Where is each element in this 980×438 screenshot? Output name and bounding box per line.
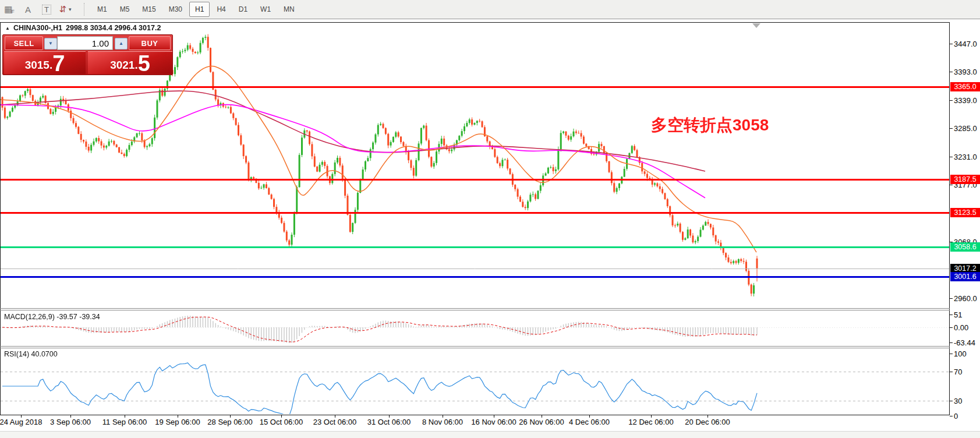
price-level-badge: 3365.0: [950, 82, 980, 91]
timeframe-bar: M1M5M15M30H1H4D1W1MN: [91, 2, 301, 17]
buy-price-big-digit: 5: [138, 54, 150, 73]
chart-text-annotation[interactable]: 多空转折点3058: [651, 114, 769, 136]
arrange-windows-icon: ⇵: [59, 4, 66, 15]
time-axis-tick-mark: [178, 415, 178, 418]
price-level-badge: 3001.6: [950, 272, 980, 281]
macd-scale-tick: [950, 315, 953, 315]
rsi-scale-label: 70: [954, 368, 962, 376]
arrange-tool-button[interactable]: ⇵ ▾: [58, 2, 73, 17]
rsi-scale-tick: [950, 416, 953, 416]
macd-scale-tick: [950, 327, 953, 328]
time-axis-tick-mark: [70, 415, 71, 418]
buy-button[interactable]: BUY: [129, 36, 171, 50]
chart-border-bottom: [0, 415, 950, 415]
macd-indicator-label: MACD(12,26,9) -39.57 -39.34: [4, 313, 100, 321]
panel-splitter-1b[interactable]: [0, 310, 950, 310]
toolbar: ▦F A T ⇵ ▾ M1M5M15M30H1H4D1W1MN: [0, 0, 980, 19]
price-axis-tick-label: 3285.0: [954, 124, 977, 133]
macd-scale-label: 0.00: [954, 323, 968, 332]
one-click-trade-panel: SELL ▼ ▲ BUY 3015.7 3021.5: [2, 34, 173, 75]
timeframe-button-w1[interactable]: W1: [254, 2, 277, 17]
chart-shift-marker-icon[interactable]: [752, 23, 760, 28]
time-axis-tick-mark: [230, 415, 231, 418]
time-axis-label: 20 Dec 06:00: [685, 418, 730, 426]
price-axis-tick-mark: [950, 298, 953, 299]
macd-panel-canvas[interactable]: [1, 311, 949, 345]
sell-price-big-digit: 7: [52, 54, 65, 73]
price-axis-tick-mark: [950, 157, 953, 157]
macd-scale-tick: [950, 342, 953, 343]
time-axis-label: 23 Oct 06:00: [313, 418, 356, 426]
price-axis-tick-mark: [950, 128, 953, 129]
panel-splitter-1[interactable]: [0, 308, 950, 309]
text-label-icon: A: [25, 5, 31, 15]
macd-scale-label: 51: [954, 310, 962, 319]
rsi-scale-tick: [950, 354, 953, 354]
timeframe-button-d1[interactable]: D1: [233, 2, 253, 17]
rsi-indicator-label: RSI(14) 40.0700: [4, 350, 58, 358]
timeframe-button-h4[interactable]: H4: [211, 2, 231, 17]
price-axis-tick-label: 3339.0: [954, 96, 977, 104]
time-axis-tick-mark: [589, 415, 590, 418]
textbox-tool-button[interactable]: T: [39, 2, 54, 17]
grid-glyph-sub: F: [11, 9, 15, 15]
buy-price-main: 3021.: [110, 58, 138, 73]
price-axis-tick-label: 3447.0: [954, 40, 977, 48]
time-axis-tick-mark: [335, 415, 335, 418]
price-axis-tick-mark: [950, 44, 953, 44]
time-axis-label: 19 Sep 06:00: [155, 418, 200, 426]
time-axis-tick-mark: [443, 415, 443, 418]
time-axis-label: 31 Oct 06:00: [367, 418, 411, 426]
time-axis-label: 8 Nov 06:00: [422, 418, 463, 426]
time-axis-tick-mark: [542, 415, 542, 418]
price-axis-tick-label: 2960.0: [954, 294, 977, 303]
time-axis-tick-mark: [281, 415, 282, 418]
status-bar: [0, 431, 980, 438]
price-level-badge: 3058.6: [950, 242, 980, 252]
sell-button[interactable]: SELL: [5, 36, 43, 50]
sell-price-tile[interactable]: 3015.7: [4, 51, 86, 74]
timeframe-button-mn[interactable]: MN: [278, 2, 300, 17]
time-axis-tick-mark: [21, 415, 22, 418]
time-axis-label: 4 Dec 06:00: [569, 418, 610, 426]
price-level-badge: 3187.5: [950, 175, 980, 184]
buy-price-tile[interactable]: 3021.5: [88, 51, 172, 74]
indicator-grid-icon[interactable]: ▦F: [2, 2, 17, 17]
time-axis-label: 12 Dec 06:00: [628, 418, 673, 426]
sell-price-main: 3015.: [25, 58, 53, 73]
time-axis-label: 28 Sep 06:00: [207, 418, 252, 426]
collapse-panel-icon[interactable]: ▲: [5, 26, 10, 31]
volume-input[interactable]: [57, 36, 113, 50]
volume-decrease-button[interactable]: ▼: [44, 38, 57, 50]
timeframe-button-h1[interactable]: H1: [189, 2, 210, 17]
rsi-panel-canvas[interactable]: [1, 348, 949, 414]
symbol-header: ▲ CHINA300-,H1 2998.8 3034.4 2996.4 3017…: [5, 24, 161, 32]
volume-increase-button[interactable]: ▲: [115, 38, 128, 50]
panel-splitter-2[interactable]: [0, 346, 950, 347]
timeframe-button-m30[interactable]: M30: [163, 2, 188, 17]
trading-app-window: ▦F A T ⇵ ▾ M1M5M15M30H1H4D1W1MN ▲ CHINA3…: [0, 0, 980, 438]
timeframe-button-m5[interactable]: M5: [114, 2, 136, 17]
price-axis-line: [949, 22, 950, 415]
price-axis-tick-mark: [950, 72, 953, 72]
time-axis-tick-mark: [389, 415, 390, 418]
rsi-scale-label: 30: [954, 397, 962, 405]
time-axis-tick-mark: [707, 415, 708, 418]
rsi-scale-tick: [950, 372, 953, 372]
timeframe-button-m15[interactable]: M15: [136, 2, 161, 17]
text-label-tool-button[interactable]: A: [20, 2, 36, 17]
time-axis-label: 15 Oct 06:00: [260, 418, 303, 426]
time-axis-tick-mark: [125, 415, 125, 418]
time-axis-label: 11 Sep 06:00: [102, 418, 147, 426]
timeframe-button-m1[interactable]: M1: [91, 2, 113, 17]
rsi-scale-label: 100: [954, 349, 967, 358]
time-axis-tick-mark: [494, 415, 494, 418]
price-axis-tick-mark: [950, 100, 953, 101]
time-axis-tick-mark: [651, 415, 652, 418]
rsi-scale-label: 0: [954, 412, 958, 421]
symbol-name: CHINA300-,H1: [13, 24, 62, 32]
price-axis-tick-mark: [950, 185, 953, 185]
time-axis-label: 24 Aug 2018: [0, 418, 43, 426]
chevron-down-icon: ▾: [69, 6, 72, 12]
time-axis-label: 16 Nov 06:00: [471, 418, 516, 426]
